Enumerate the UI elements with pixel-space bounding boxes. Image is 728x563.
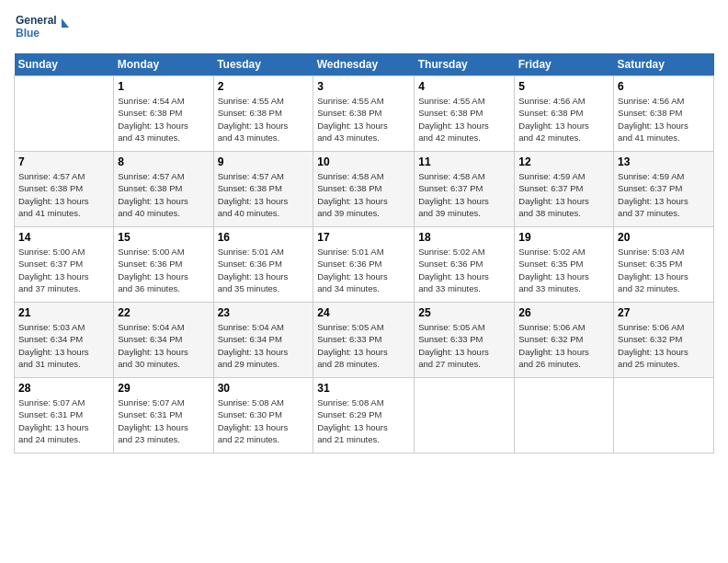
header-tuesday: Tuesday	[213, 53, 313, 76]
day-cell: 10Sunrise: 4:58 AM Sunset: 6:38 PM Dayli…	[313, 152, 415, 227]
day-number: 20	[618, 231, 710, 244]
day-info: Sunrise: 5:02 AM Sunset: 6:36 PM Dayligh…	[418, 246, 510, 294]
week-row-1: 1Sunrise: 4:54 AM Sunset: 6:38 PM Daylig…	[15, 76, 714, 152]
day-number: 27	[618, 306, 710, 319]
header-sunday: Sunday	[15, 53, 114, 76]
day-cell: 3Sunrise: 4:55 AM Sunset: 6:38 PM Daylig…	[313, 76, 415, 152]
day-cell: 20Sunrise: 5:03 AM Sunset: 6:35 PM Dayli…	[614, 227, 714, 303]
calendar-header-row: SundayMondayTuesdayWednesdayThursdayFrid…	[15, 53, 714, 76]
week-row-2: 7Sunrise: 4:57 AM Sunset: 6:38 PM Daylig…	[15, 152, 714, 227]
day-info: Sunrise: 5:02 AM Sunset: 6:35 PM Dayligh…	[518, 246, 609, 294]
day-info: Sunrise: 5:06 AM Sunset: 6:32 PM Dayligh…	[518, 321, 609, 370]
day-number: 3	[317, 80, 410, 93]
day-number: 26	[518, 306, 609, 319]
day-info: Sunrise: 5:00 AM Sunset: 6:37 PM Dayligh…	[18, 246, 109, 294]
logo: General Blue	[14, 9, 69, 46]
day-number: 12	[518, 155, 609, 168]
day-info: Sunrise: 5:05 AM Sunset: 6:33 PM Dayligh…	[418, 321, 510, 370]
day-info: Sunrise: 4:59 AM Sunset: 6:37 PM Dayligh…	[618, 170, 710, 219]
day-number: 21	[18, 306, 109, 319]
day-cell: 27Sunrise: 5:06 AM Sunset: 6:32 PM Dayli…	[614, 303, 714, 378]
day-cell: 14Sunrise: 5:00 AM Sunset: 6:37 PM Dayli…	[15, 227, 114, 303]
day-info: Sunrise: 4:57 AM Sunset: 6:38 PM Dayligh…	[18, 170, 109, 219]
day-cell: 5Sunrise: 4:56 AM Sunset: 6:38 PM Daylig…	[515, 76, 614, 152]
day-number: 16	[218, 231, 310, 244]
day-cell: 23Sunrise: 5:04 AM Sunset: 6:34 PM Dayli…	[213, 303, 313, 378]
day-cell: 25Sunrise: 5:05 AM Sunset: 6:33 PM Dayli…	[415, 303, 515, 378]
day-number: 5	[518, 80, 609, 93]
day-number: 25	[418, 306, 510, 319]
day-cell: 22Sunrise: 5:04 AM Sunset: 6:34 PM Dayli…	[114, 303, 213, 378]
header-wednesday: Wednesday	[313, 53, 415, 76]
day-cell: 1Sunrise: 4:54 AM Sunset: 6:38 PM Daylig…	[114, 76, 213, 152]
day-number: 30	[218, 382, 310, 395]
day-number: 18	[418, 231, 510, 244]
day-number: 4	[418, 80, 510, 93]
day-cell: 24Sunrise: 5:05 AM Sunset: 6:33 PM Dayli…	[313, 303, 415, 378]
day-info: Sunrise: 5:00 AM Sunset: 6:36 PM Dayligh…	[118, 246, 209, 294]
day-number: 13	[618, 155, 710, 168]
week-row-5: 28Sunrise: 5:07 AM Sunset: 6:31 PM Dayli…	[15, 378, 714, 454]
header-saturday: Saturday	[614, 53, 714, 76]
day-number: 19	[518, 231, 609, 244]
day-cell	[614, 378, 714, 454]
day-info: Sunrise: 5:08 AM Sunset: 6:30 PM Dayligh…	[218, 396, 310, 445]
day-number: 8	[118, 155, 209, 168]
day-info: Sunrise: 5:05 AM Sunset: 6:33 PM Dayligh…	[317, 321, 410, 370]
day-info: Sunrise: 5:03 AM Sunset: 6:35 PM Dayligh…	[618, 246, 710, 294]
day-cell: 29Sunrise: 5:07 AM Sunset: 6:31 PM Dayli…	[114, 378, 213, 454]
day-number: 28	[18, 382, 109, 395]
day-info: Sunrise: 4:57 AM Sunset: 6:38 PM Dayligh…	[218, 170, 310, 219]
day-info: Sunrise: 5:07 AM Sunset: 6:31 PM Dayligh…	[118, 396, 209, 445]
header-friday: Friday	[515, 53, 614, 76]
day-info: Sunrise: 4:59 AM Sunset: 6:37 PM Dayligh…	[518, 170, 609, 219]
day-cell: 28Sunrise: 5:07 AM Sunset: 6:31 PM Dayli…	[15, 378, 114, 454]
day-number: 11	[418, 155, 510, 168]
day-cell: 7Sunrise: 4:57 AM Sunset: 6:38 PM Daylig…	[15, 152, 114, 227]
day-number: 23	[218, 306, 310, 319]
day-number: 15	[118, 231, 209, 244]
day-number: 10	[317, 155, 410, 168]
day-cell: 26Sunrise: 5:06 AM Sunset: 6:32 PM Dayli…	[515, 303, 614, 378]
svg-marker-2	[62, 18, 69, 28]
page-container: General Blue SundayMondayTuesdayWednesda…	[0, 0, 728, 463]
svg-text:General: General	[16, 14, 57, 27]
day-number: 2	[218, 80, 310, 93]
day-info: Sunrise: 5:08 AM Sunset: 6:29 PM Dayligh…	[317, 396, 410, 445]
day-number: 14	[18, 231, 109, 244]
day-cell: 30Sunrise: 5:08 AM Sunset: 6:30 PM Dayli…	[213, 378, 313, 454]
day-cell: 19Sunrise: 5:02 AM Sunset: 6:35 PM Dayli…	[515, 227, 614, 303]
day-cell: 16Sunrise: 5:01 AM Sunset: 6:36 PM Dayli…	[213, 227, 313, 303]
day-info: Sunrise: 5:03 AM Sunset: 6:34 PM Dayligh…	[18, 321, 109, 370]
day-info: Sunrise: 4:58 AM Sunset: 6:38 PM Dayligh…	[317, 170, 410, 219]
day-info: Sunrise: 5:06 AM Sunset: 6:32 PM Dayligh…	[618, 321, 710, 370]
day-cell	[515, 378, 614, 454]
day-number: 22	[118, 306, 209, 319]
svg-text:Blue: Blue	[16, 27, 40, 40]
day-number: 31	[317, 382, 410, 395]
day-cell: 6Sunrise: 4:56 AM Sunset: 6:38 PM Daylig…	[614, 76, 714, 152]
day-number: 9	[218, 155, 310, 168]
day-info: Sunrise: 4:58 AM Sunset: 6:37 PM Dayligh…	[418, 170, 510, 219]
day-info: Sunrise: 4:57 AM Sunset: 6:38 PM Dayligh…	[118, 170, 209, 219]
day-cell: 8Sunrise: 4:57 AM Sunset: 6:38 PM Daylig…	[114, 152, 213, 227]
day-cell	[415, 378, 515, 454]
day-info: Sunrise: 4:55 AM Sunset: 6:38 PM Dayligh…	[317, 95, 410, 144]
day-cell: 9Sunrise: 4:57 AM Sunset: 6:38 PM Daylig…	[213, 152, 313, 227]
day-cell: 18Sunrise: 5:02 AM Sunset: 6:36 PM Dayli…	[415, 227, 515, 303]
day-cell: 4Sunrise: 4:55 AM Sunset: 6:38 PM Daylig…	[415, 76, 515, 152]
logo-svg: General Blue	[14, 9, 69, 46]
day-cell: 11Sunrise: 4:58 AM Sunset: 6:37 PM Dayli…	[415, 152, 515, 227]
day-info: Sunrise: 4:56 AM Sunset: 6:38 PM Dayligh…	[618, 95, 710, 144]
day-number: 17	[317, 231, 410, 244]
day-cell: 21Sunrise: 5:03 AM Sunset: 6:34 PM Dayli…	[15, 303, 114, 378]
day-number: 7	[18, 155, 109, 168]
day-number: 6	[618, 80, 710, 93]
day-info: Sunrise: 5:07 AM Sunset: 6:31 PM Dayligh…	[18, 396, 109, 445]
day-info: Sunrise: 4:54 AM Sunset: 6:38 PM Dayligh…	[118, 95, 209, 144]
day-number: 24	[317, 306, 410, 319]
day-info: Sunrise: 4:56 AM Sunset: 6:38 PM Dayligh…	[518, 95, 609, 144]
day-info: Sunrise: 4:55 AM Sunset: 6:38 PM Dayligh…	[418, 95, 510, 144]
header: General Blue	[14, 9, 714, 46]
week-row-4: 21Sunrise: 5:03 AM Sunset: 6:34 PM Dayli…	[15, 303, 714, 378]
